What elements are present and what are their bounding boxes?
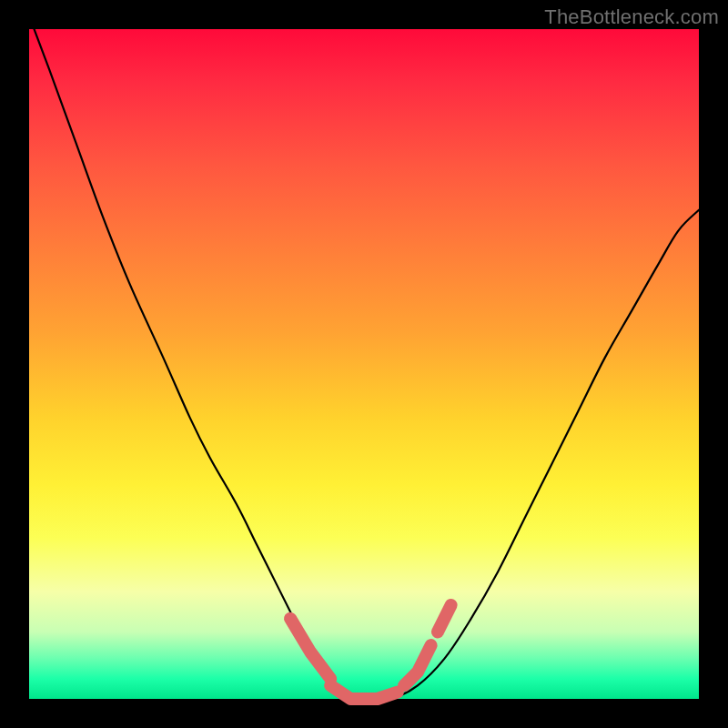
highlight-segment [404, 645, 430, 685]
highlight-segment [438, 605, 451, 632]
highlight-segment [330, 685, 398, 699]
chart-frame: TheBottleneck.com [0, 0, 728, 728]
curve-layer [29, 29, 699, 699]
plot-area [29, 29, 699, 699]
highlight-markers [290, 605, 451, 699]
highlight-segment [290, 619, 330, 679]
bottleneck-curve [29, 15, 699, 700]
watermark-text: TheBottleneck.com [544, 5, 719, 29]
